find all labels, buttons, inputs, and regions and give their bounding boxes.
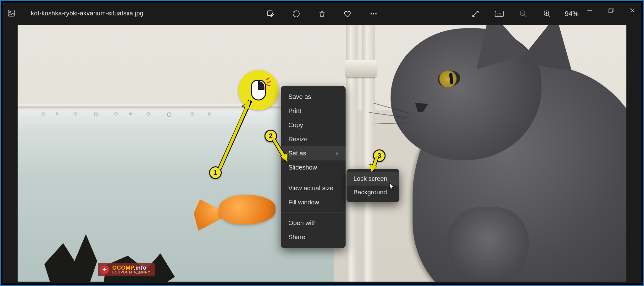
svg-text:1:1: 1:1 bbox=[497, 12, 502, 16]
more-button[interactable] bbox=[367, 8, 380, 20]
menu-slideshow[interactable]: Slideshow bbox=[281, 160, 346, 175]
svg-point-4 bbox=[373, 13, 374, 14]
watermark: + OCOMP.info ВОПРОСЫ АДМИНУ bbox=[98, 263, 155, 276]
image-content bbox=[30, 112, 322, 115]
chevron-right-icon: › bbox=[336, 150, 338, 157]
svg-point-5 bbox=[375, 13, 376, 14]
plus-icon: + bbox=[100, 265, 109, 274]
menu-copy[interactable]: Copy bbox=[281, 118, 346, 132]
annotation-step-1: 1 bbox=[209, 166, 222, 179]
menu-fill-window[interactable]: Fill window bbox=[281, 195, 346, 209]
zoom-level[interactable]: 94% bbox=[565, 10, 579, 18]
menu-save-as[interactable]: Save as bbox=[281, 90, 346, 104]
favorite-button[interactable] bbox=[341, 8, 354, 20]
maximize-button[interactable] bbox=[604, 5, 618, 16]
photos-app-icon bbox=[6, 8, 16, 18]
annotation-step-2: 2 bbox=[264, 130, 277, 142]
image-content bbox=[194, 182, 275, 235]
image-content bbox=[369, 25, 626, 282]
annotation-rightclick-icon bbox=[238, 70, 279, 110]
actual-size-button[interactable]: 1:1 bbox=[493, 8, 506, 20]
menu-open-with[interactable]: Open with bbox=[281, 216, 346, 230]
menu-view-actual-size[interactable]: View actual size bbox=[281, 181, 346, 195]
svg-point-3 bbox=[370, 13, 372, 14]
delete-button[interactable] bbox=[316, 8, 328, 20]
title-bar: kot-koshka-rybki-akvarium-situatsiia.jpg bbox=[3, 3, 641, 24]
menu-set-as[interactable]: Set as › bbox=[281, 146, 346, 160]
svg-rect-10 bbox=[609, 9, 612, 13]
context-menu: Save as Print Copy Resize Set as › Slide… bbox=[281, 86, 346, 248]
zoom-out-button[interactable] bbox=[517, 8, 530, 20]
fullscreen-button[interactable] bbox=[469, 8, 482, 20]
svg-point-1 bbox=[10, 12, 11, 13]
annotation-step-3: 3 bbox=[373, 149, 386, 162]
file-name: kot-koshka-rybki-akvarium-situatsiia.jpg bbox=[31, 10, 143, 17]
menu-resize[interactable]: Resize bbox=[281, 132, 346, 146]
edit-image-button[interactable] bbox=[264, 8, 277, 20]
close-button[interactable] bbox=[625, 5, 640, 16]
menu-print[interactable]: Print bbox=[281, 104, 346, 118]
menu-share[interactable]: Share bbox=[281, 230, 346, 244]
rotate-button[interactable] bbox=[290, 8, 303, 20]
zoom-in-button[interactable] bbox=[541, 8, 553, 20]
minimize-button[interactable] bbox=[582, 5, 597, 16]
cursor-icon bbox=[389, 183, 395, 190]
